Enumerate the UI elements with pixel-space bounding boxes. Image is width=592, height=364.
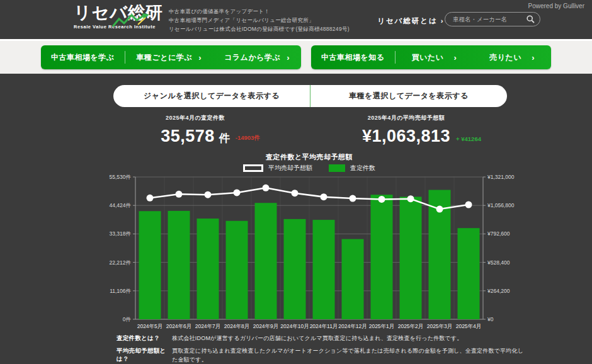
svg-text:2025年3月: 2025年3月 [427, 323, 453, 329]
svg-text:¥1,056,800: ¥1,056,800 [487, 202, 515, 208]
footnote-definition: 株式会社IDOMが運営するガリバーの店舗においてクルマ買取査定に持ち込まれ、査定… [172, 334, 463, 343]
svg-text:2024年12月: 2024年12月 [338, 323, 367, 329]
assessment-count-unit: 件 [219, 132, 230, 144]
chevron-right-icon: › [453, 53, 457, 62]
nav-learn-from-column-button[interactable]: コラムから学ぶ› [213, 45, 301, 69]
nav-want-to-buy-button[interactable]: 買いたい› [396, 45, 474, 69]
avg-sale-price-label: 2025年4月の平均売却予想額 [312, 114, 501, 122]
nav-group-know: 中古車相場を知る 買いたい› 売りたい› [311, 45, 551, 69]
tab-select-by-model[interactable]: 車種を選択してデータを表示する [310, 85, 507, 107]
powered-by-label: Powered by Gulliver [528, 3, 584, 9]
nav-group-learn: 中古車相場を学ぶ 車種ごとに学ぶ› コラムから学ぶ› [41, 45, 301, 69]
svg-text:2024年11月: 2024年11月 [310, 323, 338, 329]
svg-text:¥1,321,000: ¥1,321,000 [487, 174, 515, 180]
svg-text:2024年9月: 2024年9月 [253, 323, 279, 329]
footnote-term: 査定件数とは？ [117, 334, 172, 343]
main-nav: 中古車相場を学ぶ 車種ごとに学ぶ› コラムから学ぶ› 中古車相場を知る 買いたい… [0, 39, 592, 74]
assessment-count-delta: -14903件 [236, 134, 260, 142]
footnote-term: 平均売却予想額とは？ [117, 347, 172, 364]
svg-text:2025年4月: 2025年4月 [456, 323, 482, 329]
nav-want-to-sell-button[interactable]: 売りたい› [473, 45, 551, 69]
svg-text:33,318件: 33,318件 [110, 230, 132, 237]
search-box [445, 12, 540, 26]
svg-text:0件: 0件 [123, 316, 132, 322]
tagline-line-2: 中古車相場専門メディア「リセールバリュー総合研究所」 [169, 16, 350, 25]
svg-text:11,106件: 11,106件 [110, 288, 131, 294]
nav-learn-by-model-button[interactable]: 車種ごとに学ぶ› [125, 45, 213, 69]
assessment-count-price-chart: 55,530件¥1,321,00044,424件¥1,056,80033,318… [101, 169, 535, 331]
footnote-definition: 買取査定に持ち込まれ査定検査したクルマがオートオークション等で落札または売却され… [172, 347, 525, 364]
header-tagline: 中古車選びの価値基準をアップデート！ 中古車相場専門メディア「リセールバリュー総… [169, 7, 350, 33]
svg-text:2025年2月: 2025年2月 [398, 323, 424, 329]
avg-sale-price-stat: 2025年4月の平均売却予想額 ¥1,063,813 + ¥41264 [312, 114, 501, 146]
about-link-label: リセバ総研とは [377, 17, 438, 25]
logo-subtitle: Resale Value Research Institute [74, 24, 174, 30]
tagline-line-3: リセールバリューは株式会社IDOMの登録商標です(登録商標4888249号) [169, 25, 350, 33]
svg-text:¥264,200: ¥264,200 [487, 288, 510, 294]
assessment-count-stat: 2025年4月の査定件数 35,578件 -14903件 [101, 114, 290, 146]
data-display-tabs: ジャンルを選択してデータを表示する 車種を選択してデータを表示する [113, 85, 507, 107]
tab-select-by-genre[interactable]: ジャンルを選択してデータを表示する [113, 85, 310, 107]
about-link[interactable]: リセバ総研とは› [377, 16, 445, 26]
footnote-assessment-count: 査定件数とは？ 株式会社IDOMが運営するガリバーの店舗においてクルマ買取査定に… [117, 334, 525, 343]
logo-wordmark: リセバ総研 [74, 4, 174, 23]
svg-text:¥792,600: ¥792,600 [487, 230, 510, 237]
chevron-right-icon: › [198, 53, 202, 62]
tagline-line-1: 中古車選びの価値基準をアップデート！ [169, 7, 350, 16]
site-logo[interactable]: リセバ総研 Resale Value Research Institute [74, 4, 174, 30]
chevron-right-icon: › [532, 53, 535, 62]
svg-text:22,212件: 22,212件 [110, 259, 132, 266]
svg-text:2024年8月: 2024年8月 [224, 323, 250, 329]
assessment-count-label: 2025年4月の査定件数 [101, 114, 290, 122]
svg-text:2024年7月: 2024年7月 [195, 323, 221, 329]
footnotes: 査定件数とは？ 株式会社IDOMが運営するガリバーの店舗においてクルマ買取査定に… [117, 334, 525, 364]
svg-text:2024年6月: 2024年6月 [166, 323, 192, 329]
assessment-count-value: 35,578 [161, 127, 215, 145]
svg-text:¥0: ¥0 [487, 316, 494, 322]
nav-know-market-button[interactable]: 中古車相場を知る [311, 45, 395, 69]
svg-text:2024年10月: 2024年10月 [280, 323, 309, 329]
svg-text:¥528,400: ¥528,400 [487, 259, 510, 266]
avg-sale-price-delta: + ¥41264 [456, 135, 481, 142]
chevron-right-icon: › [287, 53, 290, 62]
svg-text:44,424件: 44,424件 [110, 202, 132, 208]
svg-text:2025年1月: 2025年1月 [369, 323, 395, 329]
resale-value-research-page: リセバ総研 Resale Value Research Institute 中古… [0, 0, 592, 364]
chevron-right-icon: › [441, 17, 445, 25]
search-icon[interactable] [527, 15, 535, 23]
footnote-avg-sale-price: 平均売却予想額とは？ 買取査定に持ち込まれ査定検査したクルマがオートオークション… [117, 347, 525, 364]
nav-learn-market-button[interactable]: 中古車相場を学ぶ [41, 45, 125, 69]
chart-title: 査定件数と平均売却予想額 [101, 152, 518, 162]
avg-sale-price-value: ¥1,063,813 [362, 127, 450, 145]
svg-text:55,530件: 55,530件 [110, 174, 132, 180]
svg-text:2024年5月: 2024年5月 [137, 323, 163, 329]
